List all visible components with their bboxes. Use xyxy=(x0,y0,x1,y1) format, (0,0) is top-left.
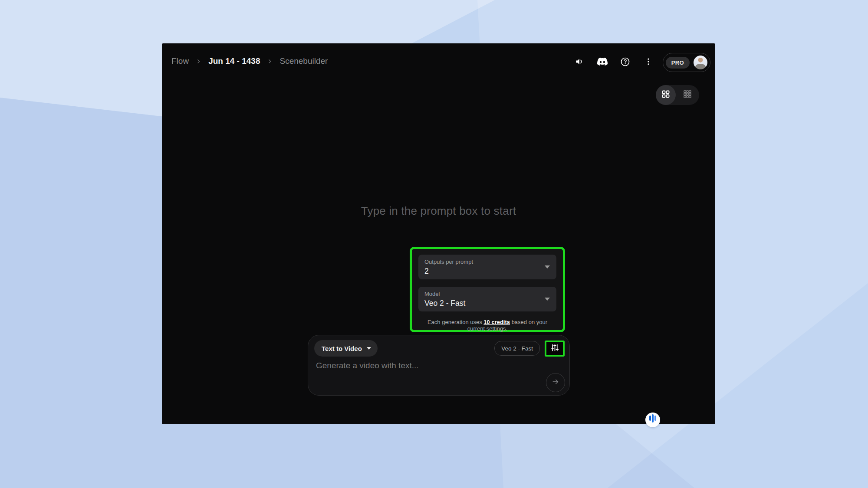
header-actions: PRO xyxy=(572,52,710,72)
kebab-menu-icon xyxy=(644,57,653,68)
model-value: Veo 2 - Fast xyxy=(424,299,550,308)
dense-grid-view-button[interactable] xyxy=(676,90,699,100)
waveform-bar xyxy=(652,414,654,422)
caret-down-icon xyxy=(545,298,550,301)
send-button[interactable] xyxy=(546,373,565,392)
chevron-right-icon xyxy=(267,59,273,64)
waveform-bar xyxy=(654,416,656,421)
model-chip[interactable]: Veo 2 - Fast xyxy=(494,341,540,356)
user-avatar[interactable] xyxy=(694,56,707,69)
breadcrumb: Flow Jun 14 - 1438 Scenebuilder xyxy=(171,55,328,68)
grid-view-button[interactable] xyxy=(656,85,676,105)
model-select[interactable]: Model Veo 2 - Fast xyxy=(418,287,556,311)
credits-note-prefix: Each generation uses xyxy=(427,319,483,325)
outputs-per-prompt-select[interactable]: Outputs per prompt 2 xyxy=(418,255,556,279)
empty-state-text: Type in the prompt box to start xyxy=(162,204,715,218)
account-menu[interactable]: PRO xyxy=(663,53,710,72)
flow-app-window: Flow Jun 14 - 1438 Scenebuilder xyxy=(162,43,715,424)
waveform-bar xyxy=(649,416,651,421)
grid-3x3-icon xyxy=(683,90,692,100)
volume-button[interactable] xyxy=(572,55,587,70)
help-button[interactable] xyxy=(618,55,633,70)
prompt-bar: Text to Video Veo 2 - Fast xyxy=(308,335,570,396)
generation-settings-popover: Outputs per prompt 2 Model Veo 2 - Fast … xyxy=(410,247,565,332)
mode-selector-label: Text to Video xyxy=(322,345,362,352)
breadcrumb-project-name[interactable]: Jun 14 - 1438 xyxy=(208,56,260,66)
credits-link[interactable]: 10 credits xyxy=(483,319,510,325)
outputs-per-prompt-label: Outputs per prompt xyxy=(424,259,550,265)
chevron-right-icon xyxy=(196,59,201,64)
generation-settings-button[interactable] xyxy=(545,341,565,357)
mode-selector-dropdown[interactable]: Text to Video xyxy=(314,340,378,357)
prompt-bar-toolbar: Text to Video Veo 2 - Fast xyxy=(314,340,565,357)
grid-2x2-icon xyxy=(661,90,670,100)
voice-waveform-fab[interactable] xyxy=(645,413,660,427)
tune-sliders-icon xyxy=(550,343,559,354)
more-menu-button[interactable] xyxy=(641,55,656,70)
discord-button[interactable] xyxy=(595,55,610,70)
view-toggle xyxy=(656,85,699,105)
caret-down-icon xyxy=(545,265,550,269)
discord-icon xyxy=(597,56,608,69)
help-icon xyxy=(620,57,630,69)
arrow-right-icon xyxy=(551,377,560,388)
outputs-per-prompt-value: 2 xyxy=(424,267,550,276)
model-label: Model xyxy=(424,291,550,297)
credits-usage-note: Each generation uses 10 credits based on… xyxy=(418,319,556,332)
pro-plan-badge: PRO xyxy=(666,57,690,69)
breadcrumb-flow[interactable]: Flow xyxy=(171,56,189,66)
volume-icon xyxy=(575,57,584,68)
prompt-input[interactable] xyxy=(315,360,508,384)
caret-down-icon xyxy=(367,347,371,350)
breadcrumb-scenebuilder[interactable]: Scenebuilder xyxy=(279,56,328,66)
